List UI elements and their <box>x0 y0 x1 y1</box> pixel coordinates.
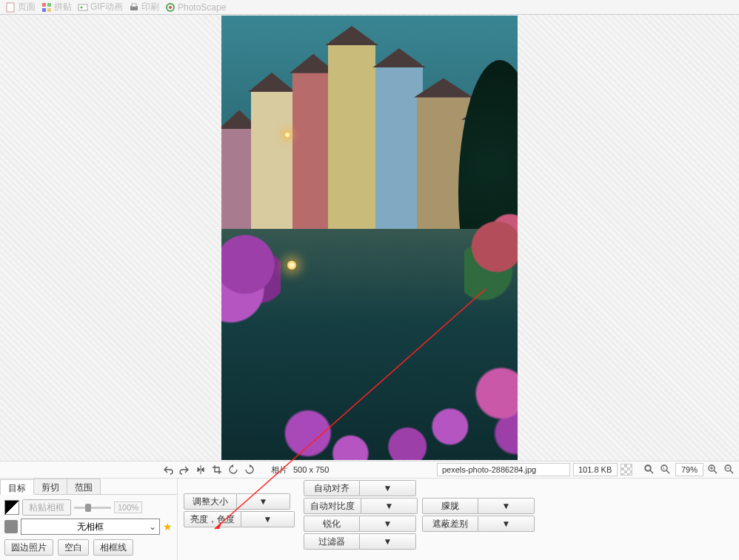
crop-icon[interactable] <box>210 463 224 476</box>
toolbar-item-photoscape[interactable]: PhotoScape <box>163 2 228 13</box>
auto-contrast-button[interactable]: 自动对比度 <box>304 498 361 514</box>
color-swatch-icon[interactable] <box>4 500 19 515</box>
auto-contrast-dropdown[interactable]: ▼ <box>361 498 418 514</box>
rotate-left-icon[interactable] <box>227 463 240 476</box>
filter-dropdown[interactable]: ▼ <box>360 533 416 550</box>
zoom-in-icon[interactable] <box>706 463 720 476</box>
toolbar-item-page[interactable]: 页面 <box>3 1 38 13</box>
transparency-icon[interactable] <box>621 464 632 476</box>
star-icon[interactable]: ★ <box>163 521 173 533</box>
image-dimensions: 500 x 750 <box>292 465 330 474</box>
blank-button[interactable]: 空白 <box>58 539 89 556</box>
brightness-dropdown[interactable]: ▼ <box>241 511 295 527</box>
frame-select[interactable]: 无相框 ⌄ <box>21 519 160 535</box>
opacity-value: 100% <box>114 501 142 513</box>
frame-select-label: 无相框 <box>77 521 104 533</box>
photo-preview <box>221 16 518 460</box>
svg-point-10 <box>169 6 172 9</box>
resize-dropdown[interactable]: ▼ <box>237 493 290 510</box>
canvas-area[interactable] <box>0 15 739 461</box>
tab-target[interactable]: 目标 <box>0 479 34 495</box>
svg-rect-4 <box>47 8 51 12</box>
rotate-right-icon[interactable] <box>243 463 256 476</box>
svg-line-19 <box>666 470 669 473</box>
zoom-out-icon[interactable] <box>723 463 736 476</box>
filesize-field: 101.8 KB <box>573 463 618 476</box>
zoom-fit-icon[interactable] <box>643 463 656 476</box>
blur-dropdown[interactable]: ▼ <box>478 498 535 514</box>
frame-line-button[interactable]: 相框线 <box>93 539 133 556</box>
paste-frame-button[interactable]: 粘贴相框 <box>22 499 71 516</box>
zoom-actual-icon[interactable]: 1 <box>659 463 672 476</box>
flip-horizontal-icon[interactable] <box>194 463 207 476</box>
mask-diff-button[interactable]: 遮蔽差别 <box>422 516 478 532</box>
svg-line-16 <box>650 470 653 473</box>
toolbar-item-collage[interactable]: 拼贴 <box>39 1 74 13</box>
tabs: 目标 剪切 范围 <box>0 479 177 495</box>
sharpen-button[interactable]: 锐化 <box>304 516 360 532</box>
top-toolbar: 页面 拼贴 GIF动画 印刷 PhotoScape <box>0 0 739 15</box>
blur-button[interactable]: 朦胧 <box>422 498 478 514</box>
round-photo-button[interactable]: 圆边照片 <box>4 539 53 556</box>
undo-icon[interactable] <box>161 463 175 476</box>
brightness-color-button[interactable]: 亮度，色度 <box>184 511 241 527</box>
collage-icon <box>41 2 52 13</box>
toolbar-label: PhotoScape <box>178 2 226 13</box>
frame-preview-icon[interactable] <box>4 520 18 533</box>
auto-align-button[interactable]: 自动对齐 <box>304 480 360 496</box>
svg-rect-0 <box>7 3 14 12</box>
brightness-split-button: 亮度，色度 ▼ <box>184 511 295 527</box>
info-bar: 相片 500 x 750 pexels-photo-2886284.jpg 10… <box>0 461 739 479</box>
print-icon <box>129 2 139 13</box>
sharpen-dropdown[interactable]: ▼ <box>360 516 416 532</box>
resize-split-button: 调整大小 ▼ <box>184 493 295 510</box>
photoscape-icon <box>165 2 175 13</box>
svg-line-22 <box>714 470 717 473</box>
auto-align-dropdown[interactable]: ▼ <box>360 480 416 496</box>
tab-crop[interactable]: 剪切 <box>33 479 67 494</box>
svg-point-6 <box>81 6 83 8</box>
svg-rect-8 <box>132 4 136 7</box>
svg-rect-1 <box>42 3 46 7</box>
svg-rect-5 <box>78 4 87 10</box>
chevron-down-icon: ⌄ <box>149 521 156 532</box>
page-icon <box>5 2 16 13</box>
gif-icon <box>78 2 88 13</box>
mask-diff-dropdown[interactable]: ▼ <box>478 516 535 532</box>
svg-rect-2 <box>47 3 51 7</box>
svg-rect-17 <box>646 466 650 470</box>
toolbar-label: 页面 <box>18 1 36 13</box>
image-label: 相片 <box>270 464 289 476</box>
svg-rect-3 <box>42 8 46 12</box>
filename-field: pexels-photo-2886284.jpg <box>437 463 570 476</box>
filter-button[interactable]: 过滤器 <box>304 533 360 550</box>
redo-icon[interactable] <box>178 463 191 476</box>
resize-button[interactable]: 调整大小 <box>184 493 237 510</box>
toolbar-item-gif[interactable]: GIF动画 <box>76 1 125 13</box>
toolbar-label: GIF动画 <box>90 1 123 13</box>
toolbar-label: 拼贴 <box>54 1 72 13</box>
lower-panel: 目标 剪切 范围 粘贴相框 100% 无相框 ⌄ ★ <box>0 479 739 560</box>
zoom-field[interactable]: 79% <box>675 463 703 476</box>
toolbar-label: 印刷 <box>141 1 159 13</box>
svg-line-26 <box>730 470 733 473</box>
tab-scope[interactable]: 范围 <box>67 479 101 494</box>
svg-text:1: 1 <box>663 466 665 470</box>
toolbar-item-print[interactable]: 印刷 <box>127 1 161 13</box>
opacity-slider[interactable] <box>74 507 111 509</box>
